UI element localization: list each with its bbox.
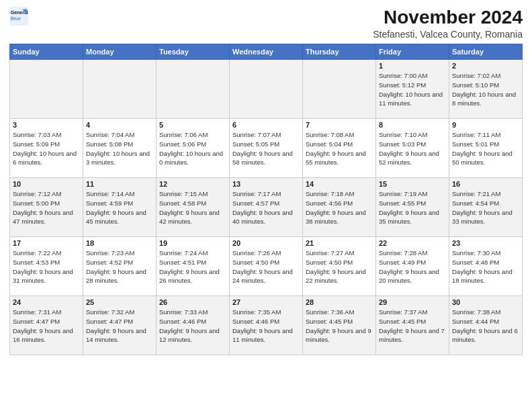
calendar-cell: 3Sunrise: 7:03 AMSunset: 5:09 PMDaylight… — [10, 119, 83, 178]
calendar-cell: 1Sunrise: 7:00 AMSunset: 5:12 PMDaylight… — [376, 60, 449, 119]
col-thursday: Thursday — [303, 44, 376, 60]
day-info: Sunrise: 7:32 AMSunset: 4:47 PMDaylight:… — [86, 308, 153, 345]
calendar-week-row-5: 24Sunrise: 7:31 AMSunset: 4:47 PMDayligh… — [10, 296, 523, 355]
day-number: 18 — [86, 239, 153, 247]
day-number: 19 — [159, 239, 226, 247]
col-wednesday: Wednesday — [230, 44, 303, 60]
col-friday: Friday — [376, 44, 449, 60]
day-number: 9 — [452, 121, 519, 129]
day-info: Sunrise: 7:02 AMSunset: 5:10 PMDaylight:… — [452, 71, 519, 108]
calendar-cell: 25Sunrise: 7:32 AMSunset: 4:47 PMDayligh… — [83, 296, 157, 355]
calendar-cell: 8Sunrise: 7:10 AMSunset: 5:03 PMDaylight… — [376, 119, 449, 178]
calendar-cell: 17Sunrise: 7:22 AMSunset: 4:53 PMDayligh… — [10, 237, 83, 296]
day-info: Sunrise: 7:30 AMSunset: 4:48 PMDaylight:… — [452, 248, 519, 285]
logo: General Blue — [9, 7, 28, 26]
day-number: 7 — [306, 121, 373, 129]
calendar-cell: 14Sunrise: 7:18 AMSunset: 4:56 PMDayligh… — [303, 178, 376, 237]
calendar-table: Sunday Monday Tuesday Wednesday Thursday… — [9, 44, 523, 355]
day-number: 11 — [86, 180, 153, 188]
day-number: 3 — [13, 121, 80, 129]
day-number: 27 — [232, 298, 300, 306]
day-number: 14 — [306, 180, 373, 188]
calendar-week-row-4: 17Sunrise: 7:22 AMSunset: 4:53 PMDayligh… — [10, 237, 523, 296]
day-number: 12 — [159, 180, 226, 188]
calendar-cell: 19Sunrise: 7:24 AMSunset: 4:51 PMDayligh… — [157, 237, 230, 296]
calendar-cell: 4Sunrise: 7:04 AMSunset: 5:08 PMDaylight… — [83, 119, 157, 178]
calendar-cell: 30Sunrise: 7:38 AMSunset: 4:44 PMDayligh… — [449, 296, 523, 355]
day-info: Sunrise: 7:37 AMSunset: 4:45 PMDaylight:… — [379, 308, 446, 345]
day-number: 24 — [13, 298, 80, 306]
header: General Blue November 2024 Stefanesti, V… — [9, 7, 523, 40]
calendar-cell: 24Sunrise: 7:31 AMSunset: 4:47 PMDayligh… — [10, 296, 83, 355]
day-info: Sunrise: 7:15 AMSunset: 4:58 PMDaylight:… — [159, 189, 226, 226]
calendar-cell: 13Sunrise: 7:17 AMSunset: 4:57 PMDayligh… — [230, 178, 303, 237]
day-number: 13 — [232, 180, 300, 188]
day-info: Sunrise: 7:24 AMSunset: 4:51 PMDaylight:… — [159, 248, 226, 285]
calendar-cell: 21Sunrise: 7:27 AMSunset: 4:50 PMDayligh… — [303, 237, 376, 296]
day-info: Sunrise: 7:33 AMSunset: 4:46 PMDaylight:… — [159, 308, 226, 345]
day-info: Sunrise: 7:35 AMSunset: 4:46 PMDaylight:… — [232, 308, 300, 345]
col-tuesday: Tuesday — [157, 44, 230, 60]
day-number: 30 — [452, 298, 519, 306]
calendar-cell: 2Sunrise: 7:02 AMSunset: 5:10 PMDaylight… — [449, 60, 523, 119]
calendar-cell: 10Sunrise: 7:12 AMSunset: 5:00 PMDayligh… — [10, 178, 83, 237]
calendar-week-row-2: 3Sunrise: 7:03 AMSunset: 5:09 PMDaylight… — [10, 119, 523, 178]
day-info: Sunrise: 7:10 AMSunset: 5:03 PMDaylight:… — [379, 130, 446, 167]
day-number: 1 — [379, 62, 446, 70]
day-number: 5 — [159, 121, 226, 129]
calendar-cell — [83, 60, 157, 119]
calendar-cell: 22Sunrise: 7:28 AMSunset: 4:49 PMDayligh… — [376, 237, 449, 296]
day-number: 10 — [13, 180, 80, 188]
calendar-cell: 15Sunrise: 7:19 AMSunset: 4:55 PMDayligh… — [376, 178, 449, 237]
day-number: 15 — [379, 180, 446, 188]
calendar-cell: 28Sunrise: 7:36 AMSunset: 4:45 PMDayligh… — [303, 296, 376, 355]
day-number: 17 — [13, 239, 80, 247]
day-info: Sunrise: 7:26 AMSunset: 4:50 PMDaylight:… — [232, 248, 300, 285]
calendar-cell: 23Sunrise: 7:30 AMSunset: 4:48 PMDayligh… — [449, 237, 523, 296]
main-title: November 2024 — [373, 7, 523, 28]
calendar-cell: 16Sunrise: 7:21 AMSunset: 4:54 PMDayligh… — [449, 178, 523, 237]
day-number: 28 — [306, 298, 373, 306]
day-info: Sunrise: 7:28 AMSunset: 4:49 PMDaylight:… — [379, 248, 446, 285]
day-number: 16 — [452, 180, 519, 188]
day-info: Sunrise: 7:12 AMSunset: 5:00 PMDaylight:… — [13, 189, 80, 226]
day-info: Sunrise: 7:07 AMSunset: 5:05 PMDaylight:… — [232, 130, 300, 167]
day-info: Sunrise: 7:06 AMSunset: 5:06 PMDaylight:… — [159, 130, 226, 167]
day-info: Sunrise: 7:11 AMSunset: 5:01 PMDaylight:… — [452, 130, 519, 167]
day-info: Sunrise: 7:00 AMSunset: 5:12 PMDaylight:… — [379, 71, 446, 108]
calendar-cell: 6Sunrise: 7:07 AMSunset: 5:05 PMDaylight… — [230, 119, 303, 178]
day-info: Sunrise: 7:18 AMSunset: 4:56 PMDaylight:… — [306, 189, 373, 226]
day-info: Sunrise: 7:36 AMSunset: 4:45 PMDaylight:… — [306, 308, 373, 345]
calendar-cell — [10, 60, 83, 119]
svg-text:Blue: Blue — [11, 16, 21, 21]
calendar-week-row-3: 10Sunrise: 7:12 AMSunset: 5:00 PMDayligh… — [10, 178, 523, 237]
calendar-cell — [303, 60, 376, 119]
calendar-week-row-1: 1Sunrise: 7:00 AMSunset: 5:12 PMDaylight… — [10, 60, 523, 119]
day-number: 29 — [379, 298, 446, 306]
title-block: November 2024 Stefanesti, Valcea County,… — [373, 7, 523, 40]
calendar-cell: 7Sunrise: 7:08 AMSunset: 5:04 PMDaylight… — [303, 119, 376, 178]
calendar-cell: 18Sunrise: 7:23 AMSunset: 4:52 PMDayligh… — [83, 237, 157, 296]
day-number: 22 — [379, 239, 446, 247]
day-number: 6 — [232, 121, 300, 129]
day-number: 23 — [452, 239, 519, 247]
calendar-cell — [157, 60, 230, 119]
day-number: 2 — [452, 62, 519, 70]
day-number: 4 — [86, 121, 153, 129]
calendar-cell: 27Sunrise: 7:35 AMSunset: 4:46 PMDayligh… — [230, 296, 303, 355]
day-info: Sunrise: 7:14 AMSunset: 4:59 PMDaylight:… — [86, 189, 153, 226]
calendar-cell: 5Sunrise: 7:06 AMSunset: 5:06 PMDaylight… — [157, 119, 230, 178]
day-number: 8 — [379, 121, 446, 129]
day-number: 21 — [306, 239, 373, 247]
day-info: Sunrise: 7:19 AMSunset: 4:55 PMDaylight:… — [379, 189, 446, 226]
calendar-cell: 11Sunrise: 7:14 AMSunset: 4:59 PMDayligh… — [83, 178, 157, 237]
col-monday: Monday — [83, 44, 157, 60]
calendar-cell: 29Sunrise: 7:37 AMSunset: 4:45 PMDayligh… — [376, 296, 449, 355]
day-info: Sunrise: 7:23 AMSunset: 4:52 PMDaylight:… — [86, 248, 153, 285]
day-info: Sunrise: 7:04 AMSunset: 5:08 PMDaylight:… — [86, 130, 153, 167]
day-info: Sunrise: 7:21 AMSunset: 4:54 PMDaylight:… — [452, 189, 519, 226]
day-info: Sunrise: 7:08 AMSunset: 5:04 PMDaylight:… — [306, 130, 373, 167]
day-info: Sunrise: 7:38 AMSunset: 4:44 PMDaylight:… — [452, 308, 519, 345]
calendar-header-row: Sunday Monday Tuesday Wednesday Thursday… — [10, 44, 523, 60]
day-info: Sunrise: 7:27 AMSunset: 4:50 PMDaylight:… — [306, 248, 373, 285]
